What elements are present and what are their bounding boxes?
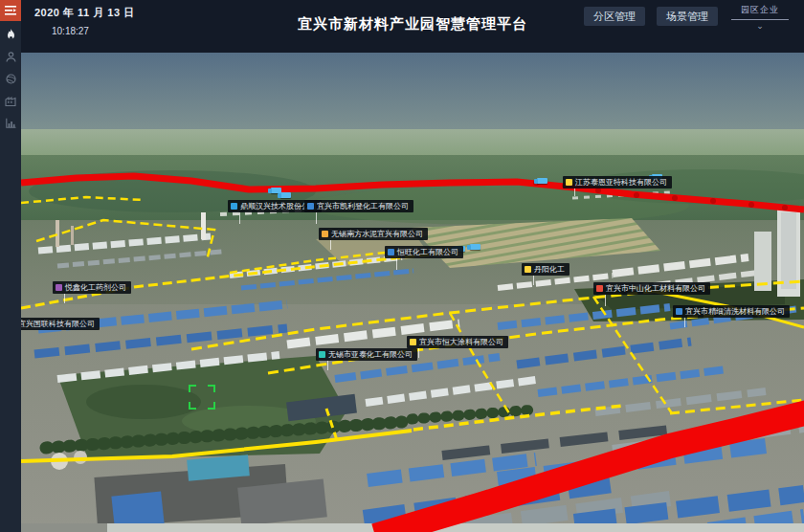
company-marker-icon [231, 203, 237, 210]
company-label-text: 无锡南方水泥宜兴有限公司 [331, 229, 423, 239]
company-label-text: 丹阳化工 [534, 264, 565, 275]
company-label-text: 无锡市亚泰化工有限公司 [328, 349, 413, 360]
company-marker-icon [410, 339, 416, 345]
reticle-corner [189, 402, 196, 410]
company-label-text: 宜兴市中山化工材料有限公司 [606, 283, 705, 294]
bar-chart-icon [6, 118, 16, 128]
company-label[interactable]: 丹阳化工 [522, 263, 570, 276]
sidebar-item-fire-monitor[interactable] [0, 27, 21, 43]
company-label[interactable]: 宜兴市精细清洗材料有限公司 [673, 305, 790, 318]
label-leader-line [330, 240, 331, 250]
label-leader-line [418, 348, 419, 358]
company-marker-icon [388, 249, 394, 255]
company-marker-icon [307, 203, 314, 210]
top-bar: 2020 年 11 月 13 日 10:18:27 宜兴市新材料产业园智慧管理平… [21, 0, 804, 53]
company-label-text: 宜兴市精细清洗材料有限公司 [685, 306, 785, 317]
app-window: 2020 年 11 月 13 日 10:18:27 宜兴市新材料产业园智慧管理平… [0, 0, 804, 532]
company-label-text: 宜兴市凯利登化工有限公司 [317, 201, 409, 211]
company-marker-icon [56, 284, 62, 291]
dropdown-underline [731, 19, 789, 20]
sidebar-item-statistics[interactable] [0, 115, 21, 131]
sidebar [0, 0, 21, 532]
company-label-text: 宜兴国联科技有限公司 [18, 319, 95, 329]
label-leader-line [239, 212, 240, 224]
factory-icon [5, 96, 16, 106]
company-marker-icon [319, 351, 325, 358]
company-label[interactable]: 宜兴市恒大涂料有限公司 [407, 336, 508, 348]
company-label-text: 悦鑫化工药剂公司 [65, 282, 126, 293]
truck-marker[interactable] [537, 178, 547, 184]
company-label[interactable]: 江苏泰恩亚特科技有限公司 [563, 176, 672, 188]
label-leader-line [605, 295, 606, 306]
label-leader-line [574, 188, 575, 196]
menu-toggle-button[interactable] [0, 0, 21, 21]
worker-icon [6, 52, 16, 62]
company-label-text: 宜兴市恒大涂料有限公司 [419, 337, 503, 347]
sidebar-item-enterprise[interactable] [0, 93, 21, 109]
reticle-corner [208, 402, 215, 410]
focus-reticle [189, 385, 215, 410]
truck-marker[interactable] [280, 192, 291, 198]
label-leader-line [533, 276, 534, 285]
company-label-text: 恒旺化工有限公司 [397, 247, 458, 257]
company-marker-icon [566, 179, 572, 186]
sidebar-item-environment[interactable] [0, 71, 21, 87]
company-marker-icon [676, 308, 682, 315]
label-leader-line [396, 258, 397, 270]
company-label[interactable]: 恒旺化工有限公司 [385, 246, 463, 258]
chevron-down-icon: ⌄ [756, 22, 764, 30]
scene-manage-button[interactable]: 场景管理 [657, 7, 718, 26]
collapse-menu-icon [5, 6, 16, 15]
company-label[interactable]: 无锡南方水泥宜兴有限公司 [319, 228, 428, 240]
company-label-text: 江苏泰恩亚特科技有限公司 [575, 177, 667, 188]
reticle-corner [189, 385, 196, 392]
park-enterprise-label: 园区企业 [741, 2, 779, 19]
company-marker-icon [525, 266, 531, 273]
reticle-corner [208, 385, 215, 392]
label-leader-line [316, 212, 317, 224]
zone-manage-button[interactable]: 分区管理 [584, 7, 645, 26]
company-label[interactable]: 宜兴市中山化工材料有限公司 [593, 282, 710, 295]
company-marker-icon [596, 285, 603, 292]
label-leader-line [327, 361, 328, 370]
label-leader-line [64, 294, 65, 303]
label-leader-line [684, 318, 685, 327]
globe-icon [6, 74, 16, 84]
header-actions: 分区管理 场景管理 园区企业 ⌄ [584, 0, 791, 53]
company-marker-icon [322, 231, 328, 237]
company-label[interactable]: 无锡市亚泰化工有限公司 [316, 348, 417, 361]
company-label[interactable]: 宜兴市凯利登化工有限公司 [304, 200, 413, 212]
company-label[interactable]: 悦鑫化工药剂公司 [53, 281, 131, 294]
flame-icon [6, 29, 16, 41]
sidebar-item-personnel[interactable] [0, 49, 21, 65]
truck-marker[interactable] [470, 244, 480, 250]
park-enterprise-dropdown[interactable]: 园区企业 ⌄ [729, 2, 791, 30]
map-3d-viewport[interactable]: 鼎顺汉兴技术股份公司宜兴市凯利登化工有限公司无锡南方水泥宜兴有限公司恒旺化工有限… [21, 53, 804, 532]
